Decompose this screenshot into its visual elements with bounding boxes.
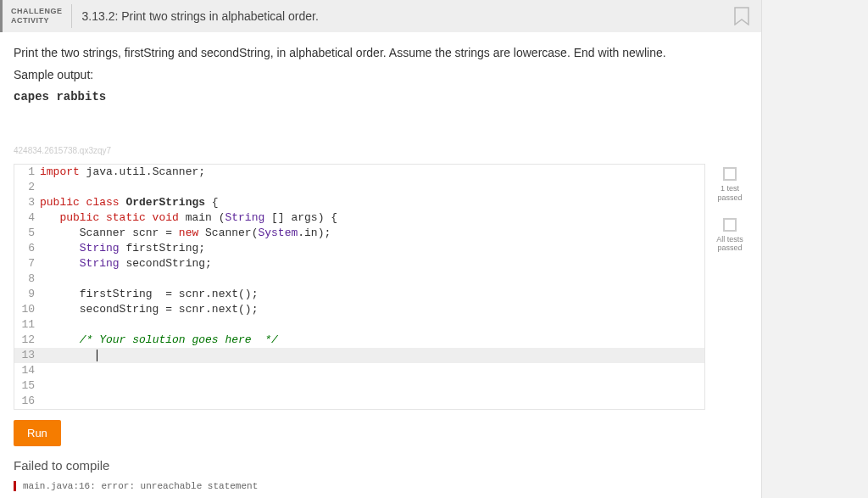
sample-output-value: capes rabbits	[14, 90, 748, 104]
error-detail-text: main.java:16: error: unreachable stateme…	[16, 481, 748, 491]
code-line[interactable]: 9 firstString = scnr.next();	[14, 287, 704, 302]
checkbox-icon	[723, 167, 737, 181]
test-status-1: 1 test passed	[712, 167, 748, 203]
code-editor[interactable]: 1import java.util.Scanner;2 3public clas…	[14, 164, 705, 410]
bookmark-icon[interactable]	[734, 7, 749, 25]
code-line[interactable]: 11	[14, 317, 704, 333]
code-line[interactable]: 10 secondString = scnr.next();	[14, 302, 704, 317]
description-text: Print the two strings, firstString and s…	[14, 46, 748, 59]
main-panel: CHALLENGE ACTIVITY 3.13.2: Print two str…	[0, 0, 761, 491]
code-line[interactable]: 3public class OrderStrings {	[14, 195, 704, 210]
code-line[interactable]: 7 String secondString;	[14, 256, 704, 271]
error-detail-bar: main.java:16: error: unreachable stateme…	[14, 481, 748, 491]
code-line[interactable]: 8	[14, 271, 704, 287]
test-status-all: All tests passed	[712, 218, 748, 254]
code-line[interactable]: 12 /* Your solution goes here */	[14, 333, 704, 348]
test-status-panel: 1 test passed All tests passed	[705, 164, 748, 410]
run-button[interactable]: Run	[14, 420, 61, 446]
code-line[interactable]: 13	[14, 348, 704, 363]
code-line[interactable]: 2	[14, 180, 704, 195]
code-line[interactable]: 16	[14, 394, 704, 409]
watermark-text: 424834.2615738.qx3zqy7	[14, 146, 748, 155]
sample-output-label: Sample output:	[14, 68, 748, 81]
activity-title: 3.13.2: Print two strings in alphabetica…	[72, 9, 735, 23]
checkbox-icon	[723, 218, 737, 232]
activity-badge: CHALLENGE ACTIVITY	[3, 7, 71, 25]
error-message: Failed to compile	[0, 453, 761, 478]
code-line[interactable]: 6 String firstString;	[14, 241, 704, 256]
code-line[interactable]: 15	[14, 378, 704, 394]
activity-header: CHALLENGE ACTIVITY 3.13.2: Print two str…	[0, 0, 761, 32]
code-line[interactable]: 1import java.util.Scanner;	[14, 165, 704, 180]
code-line[interactable]: 4 public static void main (String [] arg…	[14, 210, 704, 226]
right-sidebar	[761, 0, 868, 498]
code-line[interactable]: 5 Scanner scnr = new Scanner(System.in);	[14, 226, 704, 241]
code-line[interactable]: 14	[14, 363, 704, 378]
